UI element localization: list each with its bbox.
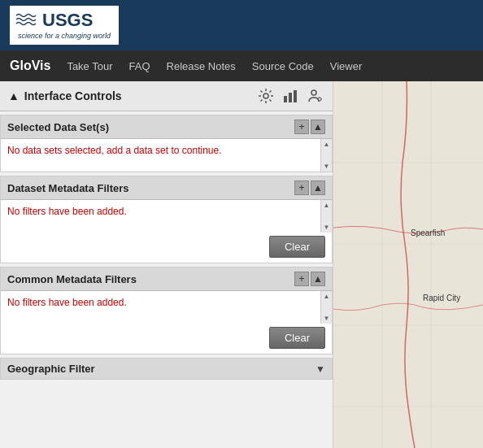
- selected-datasets-body: No data sets selected, add a data set to…: [1, 139, 332, 172]
- scroll-up-icon[interactable]: ▲: [324, 202, 330, 209]
- add-common-metadata-button[interactable]: +: [294, 272, 309, 286]
- svg-point-5: [311, 90, 316, 95]
- dropdown-arrow-icon: ▼: [315, 363, 325, 375]
- nav-release-notes[interactable]: Release Notes: [167, 60, 236, 72]
- svg-rect-3: [289, 93, 292, 102]
- scroll-up-icon[interactable]: ▲: [324, 141, 330, 148]
- geographic-filter-header[interactable]: Geographic Filter ▼: [1, 359, 332, 379]
- selected-datasets-title: Selected Data Set(s): [7, 121, 109, 133]
- usgs-logo-text: USGS: [39, 10, 96, 31]
- svg-rect-4: [294, 90, 297, 102]
- no-datasets-message: No data sets selected, add a data set to…: [7, 141, 222, 159]
- user-settings-icon[interactable]: [305, 86, 324, 106]
- common-metadata-header[interactable]: Common Metadata Filters + ▲: [1, 267, 332, 291]
- geographic-filter-section: Geographic Filter ▼: [0, 358, 333, 380]
- common-metadata-title: Common Metadata Filters: [7, 273, 137, 285]
- interface-controls-label: Interface Controls: [24, 89, 122, 102]
- svg-rect-7: [333, 81, 483, 448]
- common-metadata-footer: Clear: [1, 324, 332, 354]
- svg-text:Rapid City: Rapid City: [423, 294, 460, 302]
- clear-common-metadata-button[interactable]: Clear: [269, 327, 325, 349]
- common-metadata-scrollbar[interactable]: ▲ ▼: [320, 291, 332, 324]
- dataset-metadata-content: No filters have been added.: [1, 200, 320, 233]
- common-metadata-section: Common Metadata Filters + ▲ No filters h…: [0, 267, 333, 354]
- dataset-metadata-controls: + ▲: [294, 181, 325, 195]
- dataset-metadata-title: Dataset Metadata Filters: [7, 182, 129, 194]
- selected-datasets-content: No data sets selected, add a data set to…: [1, 139, 320, 172]
- svg-text:Spearfish: Spearfish: [411, 228, 445, 237]
- settings-wheel-icon[interactable]: [256, 86, 276, 106]
- common-metadata-body: No filters have been added. ▲ ▼: [1, 291, 332, 324]
- nav-bar: GloVis Take Tour FAQ Release Notes Sourc…: [0, 50, 483, 81]
- collapse-dataset-metadata-button[interactable]: ▲: [311, 181, 325, 195]
- dataset-metadata-section: Dataset Metadata Filters + ▲ No filters …: [0, 176, 333, 263]
- collapse-arrow-icon: ▲: [8, 89, 20, 102]
- selected-datasets-section: Selected Data Set(s) + ▲ No data sets se…: [0, 115, 333, 172]
- selected-datasets-header[interactable]: Selected Data Set(s) + ▲: [1, 115, 332, 139]
- dataset-metadata-body: No filters have been added. ▲ ▼: [1, 200, 332, 233]
- collapse-common-metadata-button[interactable]: ▲: [311, 272, 325, 286]
- no-dataset-filters-message: No filters have been added.: [7, 202, 127, 220]
- collapse-dataset-button[interactable]: ▲: [311, 120, 325, 134]
- no-common-filters-message: No filters have been added.: [7, 294, 127, 311]
- nav-viewer[interactable]: Viewer: [330, 60, 363, 72]
- header-icons: [256, 86, 324, 106]
- dataset-metadata-header[interactable]: Dataset Metadata Filters + ▲: [1, 176, 332, 200]
- interface-controls-header[interactable]: ▲ Interface Controls: [0, 81, 333, 111]
- scroll-down-icon[interactable]: ▼: [324, 315, 330, 322]
- nav-source-code[interactable]: Source Code: [252, 60, 314, 72]
- dataset-metadata-footer: Clear: [1, 233, 332, 263]
- svg-point-1: [263, 94, 268, 98]
- common-metadata-content: No filters have been added.: [1, 291, 320, 324]
- interface-controls-title: ▲ Interface Controls: [8, 89, 122, 102]
- map-area[interactable]: Spearfish Rapid City: [333, 81, 483, 448]
- nav-brand: GloVis: [10, 59, 50, 73]
- scroll-up-icon[interactable]: ▲: [324, 293, 330, 300]
- nav-take-tour[interactable]: Take Tour: [67, 60, 112, 72]
- dataset-metadata-scrollbar[interactable]: ▲ ▼: [320, 200, 332, 233]
- usgs-header: USGS science for a changing world: [0, 0, 483, 50]
- svg-rect-2: [284, 96, 287, 102]
- usgs-logo: USGS science for a changing world: [10, 6, 119, 45]
- usgs-tagline: science for a changing world: [15, 32, 114, 41]
- selected-datasets-scrollbar[interactable]: ▲ ▼: [320, 139, 332, 172]
- main-area: ▲ Interface Controls: [0, 81, 483, 448]
- clear-dataset-metadata-button[interactable]: Clear: [269, 236, 325, 258]
- add-dataset-button[interactable]: +: [294, 120, 309, 134]
- selected-datasets-controls: + ▲: [294, 120, 325, 134]
- bar-chart-icon[interactable]: [281, 86, 300, 106]
- nav-faq[interactable]: FAQ: [129, 60, 150, 72]
- add-dataset-metadata-button[interactable]: +: [294, 181, 309, 195]
- scroll-down-icon[interactable]: ▼: [324, 224, 330, 231]
- map-svg: Spearfish Rapid City: [333, 81, 483, 448]
- usgs-waves-icon: [15, 9, 37, 32]
- common-metadata-controls: + ▲: [294, 272, 325, 286]
- geographic-filter-title: Geographic Filter: [7, 363, 95, 375]
- usgs-logo-box: USGS science for a changing world: [10, 6, 119, 45]
- left-panel: ▲ Interface Controls: [0, 81, 333, 448]
- scroll-down-icon[interactable]: ▼: [324, 163, 330, 170]
